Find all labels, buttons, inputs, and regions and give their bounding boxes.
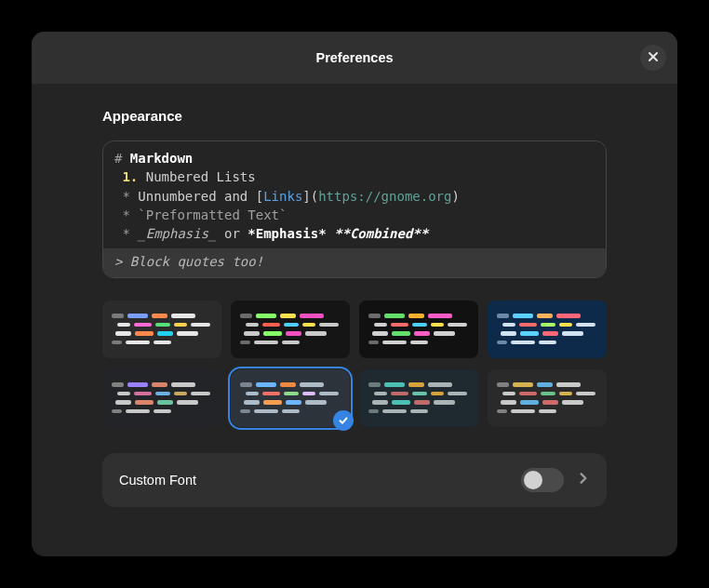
- section-title: Appearance: [102, 108, 607, 124]
- heading-text: Markdown: [130, 151, 193, 166]
- preformatted-text: `Preformatted Text`: [138, 207, 287, 222]
- heading-marker: #: [114, 151, 130, 166]
- theme-swatch[interactable]: [102, 369, 221, 427]
- switch-knob: [524, 471, 542, 489]
- numlist-marker: 1.: [114, 169, 138, 184]
- theme-swatch[interactable]: [488, 301, 607, 358]
- emphasis-2: *Emphasis*: [247, 226, 326, 241]
- theme-swatch[interactable]: [231, 369, 350, 427]
- chevron-right-icon: [577, 472, 590, 488]
- theme-swatch[interactable]: [359, 301, 478, 358]
- link-text: Links: [263, 189, 302, 204]
- titlebar: Preferences: [32, 32, 677, 84]
- bullet-marker-3: *: [114, 226, 138, 241]
- numlist-text: Numbered Lists: [138, 169, 255, 184]
- emphasis-3: **Combined**: [334, 226, 428, 241]
- close-button[interactable]: [640, 45, 666, 71]
- theme-swatch[interactable]: [102, 301, 221, 358]
- custom-font-label: Custom Font: [119, 473, 196, 488]
- emphasis-1: _Emphasis_: [138, 226, 216, 241]
- custom-font-switch[interactable]: [521, 468, 564, 492]
- theme-swatch[interactable]: [231, 301, 350, 358]
- emphasis-space: [327, 226, 334, 241]
- check-icon: [333, 410, 354, 431]
- custom-font-controls: [521, 468, 590, 492]
- custom-font-row[interactable]: Custom Font: [102, 453, 607, 507]
- theme-swatch[interactable]: [359, 369, 478, 427]
- emphasis-or: or: [217, 226, 248, 241]
- link-mid: ](: [302, 189, 318, 204]
- window-title: Preferences: [315, 50, 393, 65]
- markdown-preview: # Markdown 1. Numbered Lists * Unnumbere…: [102, 140, 607, 278]
- link-url: https://gnome.org: [318, 189, 451, 204]
- unnum-text: Unnumbered and: [138, 189, 255, 204]
- content-area: Appearance # Markdown 1. Numbered Lists …: [32, 84, 677, 529]
- bullet-marker-2: *: [114, 207, 138, 222]
- theme-swatch[interactable]: [488, 369, 607, 427]
- link-bracket-close: ): [451, 189, 459, 204]
- bullet-marker: *: [114, 189, 138, 204]
- preview-body: # Markdown 1. Numbered Lists * Unnumbere…: [103, 141, 606, 248]
- preferences-window: Preferences Appearance # Markdown 1. Num…: [32, 32, 677, 556]
- blockquote-line: > Block quotes too!: [103, 248, 606, 276]
- link-bracket-open: [: [256, 189, 263, 204]
- theme-grid: [102, 301, 607, 427]
- close-icon: [648, 49, 659, 66]
